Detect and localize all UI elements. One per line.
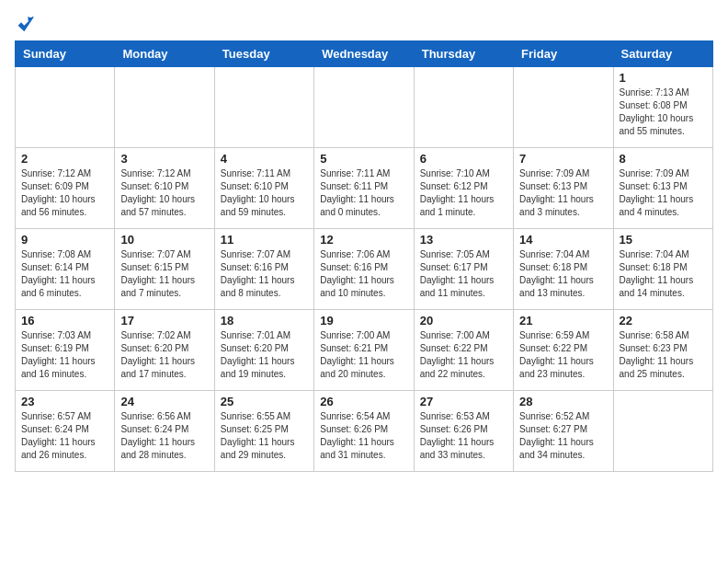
calendar-cell: 20Sunrise: 7:00 AM Sunset: 6:22 PM Dayli… [414,310,513,391]
calendar-cell: 14Sunrise: 7:04 AM Sunset: 6:18 PM Dayli… [514,229,613,310]
calendar-week-row: 16Sunrise: 7:03 AM Sunset: 6:19 PM Dayli… [16,310,713,391]
day-info: Sunrise: 7:01 AM Sunset: 6:20 PM Dayligh… [221,329,308,381]
calendar-header-row: SundayMondayTuesdayWednesdayThursdayFrid… [16,41,713,67]
day-number: 11 [221,233,308,247]
day-info: Sunrise: 6:54 AM Sunset: 6:26 PM Dayligh… [320,410,407,462]
calendar-cell: 2Sunrise: 7:12 AM Sunset: 6:09 PM Daylig… [16,148,115,229]
calendar-table: SundayMondayTuesdayWednesdayThursdayFrid… [15,40,713,472]
day-number: 24 [120,395,208,408]
weekday-header-sunday: Sunday [16,41,115,67]
day-number: 14 [519,233,607,247]
calendar-cell: 28Sunrise: 6:52 AM Sunset: 6:27 PM Dayli… [514,391,613,472]
calendar-cell: 19Sunrise: 7:00 AM Sunset: 6:21 PM Dayli… [314,310,414,391]
day-info: Sunrise: 6:58 AM Sunset: 6:23 PM Dayligh… [620,329,707,381]
day-info: Sunrise: 7:00 AM Sunset: 6:22 PM Dayligh… [420,329,507,381]
calendar-cell: 18Sunrise: 7:01 AM Sunset: 6:20 PM Dayli… [214,310,313,391]
day-number: 3 [120,152,208,166]
logo [15,15,35,33]
day-number: 20 [420,314,507,327]
calendar-week-row: 23Sunrise: 6:57 AM Sunset: 6:24 PM Dayli… [16,391,713,472]
page-header [15,15,713,33]
calendar-cell: 26Sunrise: 6:54 AM Sunset: 6:26 PM Dayli… [314,391,414,472]
day-info: Sunrise: 7:11 AM Sunset: 6:10 PM Dayligh… [221,167,308,219]
day-info: Sunrise: 6:56 AM Sunset: 6:24 PM Dayligh… [120,410,208,462]
day-info: Sunrise: 7:03 AM Sunset: 6:19 PM Dayligh… [21,329,108,381]
day-info: Sunrise: 7:09 AM Sunset: 6:13 PM Dayligh… [620,167,707,219]
calendar-cell: 17Sunrise: 7:02 AM Sunset: 6:20 PM Dayli… [115,310,214,391]
calendar-cell [314,67,414,148]
day-number: 16 [21,314,108,327]
day-number: 17 [120,314,208,327]
calendar-cell: 5Sunrise: 7:11 AM Sunset: 6:11 PM Daylig… [314,148,414,229]
day-number: 21 [519,314,607,327]
day-number: 2 [21,152,108,166]
calendar-cell: 9Sunrise: 7:08 AM Sunset: 6:14 PM Daylig… [16,229,115,310]
day-number: 1 [620,71,707,85]
day-number: 12 [320,233,407,247]
weekday-header-thursday: Thursday [414,41,513,67]
day-number: 19 [320,314,407,327]
calendar-cell: 4Sunrise: 7:11 AM Sunset: 6:10 PM Daylig… [214,148,313,229]
day-info: Sunrise: 7:04 AM Sunset: 6:18 PM Dayligh… [519,248,607,300]
weekday-header-friday: Friday [514,41,613,67]
calendar-cell: 11Sunrise: 7:07 AM Sunset: 6:16 PM Dayli… [214,229,313,310]
calendar-cell: 25Sunrise: 6:55 AM Sunset: 6:25 PM Dayli… [214,391,313,472]
calendar-cell: 3Sunrise: 7:12 AM Sunset: 6:10 PM Daylig… [115,148,214,229]
day-info: Sunrise: 7:13 AM Sunset: 6:08 PM Dayligh… [620,86,707,138]
calendar-cell: 13Sunrise: 7:05 AM Sunset: 6:17 PM Dayli… [414,229,513,310]
day-number: 18 [221,314,308,327]
day-number: 4 [221,152,308,166]
day-number: 7 [519,152,607,166]
day-info: Sunrise: 7:11 AM Sunset: 6:11 PM Dayligh… [320,167,407,219]
day-number: 26 [320,395,407,408]
calendar-cell [16,67,115,148]
calendar-cell: 12Sunrise: 7:06 AM Sunset: 6:16 PM Dayli… [314,229,414,310]
calendar-cell: 22Sunrise: 6:58 AM Sunset: 6:23 PM Dayli… [613,310,712,391]
day-info: Sunrise: 6:53 AM Sunset: 6:26 PM Dayligh… [420,410,507,462]
weekday-header-tuesday: Tuesday [214,41,313,67]
day-info: Sunrise: 7:00 AM Sunset: 6:21 PM Dayligh… [320,329,407,381]
day-number: 13 [420,233,507,247]
calendar-cell [214,67,313,148]
day-info: Sunrise: 7:10 AM Sunset: 6:12 PM Dayligh… [420,167,507,219]
weekday-header-saturday: Saturday [613,41,712,67]
day-info: Sunrise: 6:52 AM Sunset: 6:27 PM Dayligh… [519,410,607,462]
day-number: 23 [21,395,108,408]
day-info: Sunrise: 6:57 AM Sunset: 6:24 PM Dayligh… [21,410,108,462]
day-number: 28 [519,395,607,408]
day-number: 10 [120,233,208,247]
logo-bird-icon [17,15,35,33]
day-number: 6 [420,152,507,166]
day-info: Sunrise: 7:07 AM Sunset: 6:16 PM Dayligh… [221,248,308,300]
calendar-cell: 15Sunrise: 7:04 AM Sunset: 6:18 PM Dayli… [613,229,712,310]
day-info: Sunrise: 7:07 AM Sunset: 6:15 PM Dayligh… [120,248,208,300]
weekday-header-monday: Monday [115,41,214,67]
calendar-cell: 10Sunrise: 7:07 AM Sunset: 6:15 PM Dayli… [115,229,214,310]
day-info: Sunrise: 6:59 AM Sunset: 6:22 PM Dayligh… [519,329,607,381]
day-info: Sunrise: 7:12 AM Sunset: 6:10 PM Dayligh… [120,167,208,219]
day-info: Sunrise: 7:06 AM Sunset: 6:16 PM Dayligh… [320,248,407,300]
calendar-cell [115,67,214,148]
calendar-cell: 24Sunrise: 6:56 AM Sunset: 6:24 PM Dayli… [115,391,214,472]
calendar-cell: 27Sunrise: 6:53 AM Sunset: 6:26 PM Dayli… [414,391,513,472]
calendar-cell: 6Sunrise: 7:10 AM Sunset: 6:12 PM Daylig… [414,148,513,229]
day-info: Sunrise: 7:08 AM Sunset: 6:14 PM Dayligh… [21,248,108,300]
day-info: Sunrise: 7:12 AM Sunset: 6:09 PM Dayligh… [21,167,108,219]
day-info: Sunrise: 6:55 AM Sunset: 6:25 PM Dayligh… [221,410,308,462]
calendar-cell: 7Sunrise: 7:09 AM Sunset: 6:13 PM Daylig… [514,148,613,229]
calendar-week-row: 2Sunrise: 7:12 AM Sunset: 6:09 PM Daylig… [16,148,713,229]
calendar-cell: 8Sunrise: 7:09 AM Sunset: 6:13 PM Daylig… [613,148,712,229]
calendar-cell [514,67,613,148]
calendar-cell: 21Sunrise: 6:59 AM Sunset: 6:22 PM Dayli… [514,310,613,391]
calendar-week-row: 1Sunrise: 7:13 AM Sunset: 6:08 PM Daylig… [16,67,713,148]
weekday-header-wednesday: Wednesday [314,41,414,67]
day-number: 15 [620,233,707,247]
calendar-cell: 23Sunrise: 6:57 AM Sunset: 6:24 PM Dayli… [16,391,115,472]
calendar-cell [414,67,513,148]
calendar-cell: 16Sunrise: 7:03 AM Sunset: 6:19 PM Dayli… [16,310,115,391]
day-info: Sunrise: 7:04 AM Sunset: 6:18 PM Dayligh… [620,248,707,300]
day-info: Sunrise: 7:09 AM Sunset: 6:13 PM Dayligh… [519,167,607,219]
calendar-week-row: 9Sunrise: 7:08 AM Sunset: 6:14 PM Daylig… [16,229,713,310]
day-number: 27 [420,395,507,408]
day-number: 5 [320,152,407,166]
